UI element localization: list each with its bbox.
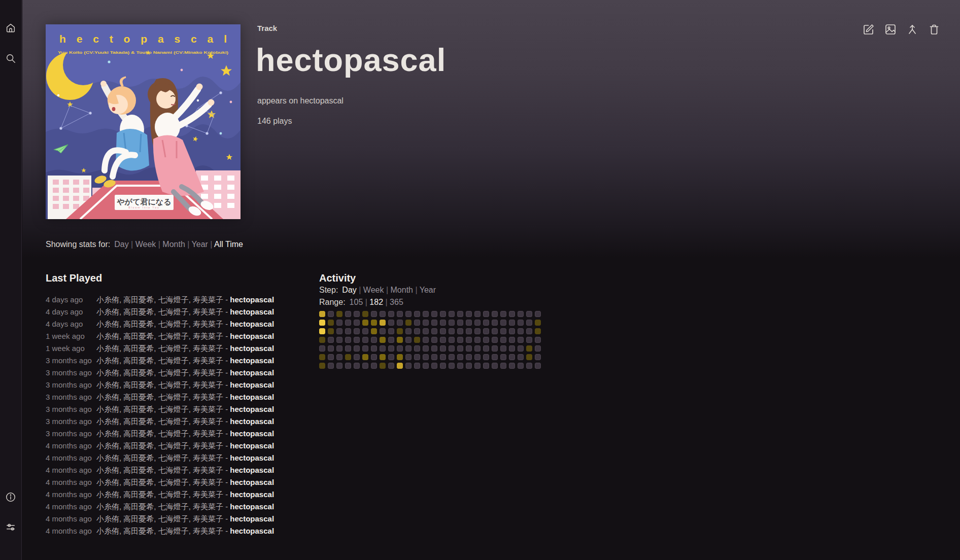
heatmap-cell[interactable] bbox=[354, 363, 360, 369]
row-track[interactable]: hectopascal bbox=[230, 368, 274, 377]
filter-option-182[interactable]: 182 bbox=[369, 298, 383, 306]
heatmap-cell[interactable] bbox=[423, 345, 429, 352]
heatmap-cell[interactable] bbox=[405, 345, 412, 352]
heatmap-cell[interactable] bbox=[474, 328, 481, 334]
heatmap-cell[interactable] bbox=[431, 337, 437, 343]
filter-option-month[interactable]: Month bbox=[391, 286, 413, 294]
heatmap-cell[interactable] bbox=[328, 345, 334, 352]
heatmap-cell[interactable] bbox=[414, 354, 420, 360]
filter-option-all-time[interactable]: All Time bbox=[214, 240, 243, 249]
heatmap-cell[interactable] bbox=[388, 328, 394, 334]
heatmap-cell[interactable] bbox=[336, 345, 342, 352]
heatmap-cell[interactable] bbox=[483, 328, 489, 334]
heatmap-cell[interactable] bbox=[449, 363, 455, 369]
heatmap-cell[interactable] bbox=[509, 345, 515, 352]
heatmap-cell[interactable] bbox=[526, 320, 532, 326]
heatmap-cell[interactable] bbox=[535, 311, 541, 317]
row-track[interactable]: hectopascal bbox=[230, 514, 274, 523]
row-artists[interactable]: 小糸侑, 高田憂希, 七海燈子, 寿美菜子 bbox=[96, 429, 223, 438]
row-artists[interactable]: 小糸侑, 高田憂希, 七海燈子, 寿美菜子 bbox=[96, 453, 223, 462]
heatmap-cell[interactable] bbox=[500, 320, 506, 326]
heatmap-cell[interactable] bbox=[345, 354, 351, 360]
filter-option-365[interactable]: 365 bbox=[390, 298, 403, 306]
info-icon[interactable] bbox=[5, 492, 16, 503]
row-artists[interactable]: 小糸侑, 高田憂希, 七海燈子, 寿美菜子 bbox=[96, 356, 223, 365]
heatmap-cell[interactable] bbox=[518, 311, 524, 317]
heatmap-cell[interactable] bbox=[492, 363, 498, 369]
heatmap-cell[interactable] bbox=[371, 354, 377, 360]
heatmap-cell[interactable] bbox=[431, 363, 437, 369]
heatmap-cell[interactable] bbox=[509, 337, 515, 343]
merge-button[interactable] bbox=[906, 23, 918, 36]
heatmap-cell[interactable] bbox=[500, 345, 506, 352]
heatmap-cell[interactable] bbox=[440, 337, 446, 343]
heatmap-cell[interactable] bbox=[483, 311, 489, 317]
heatmap-cell[interactable] bbox=[449, 337, 455, 343]
filter-option-105[interactable]: 105 bbox=[350, 298, 363, 306]
row-track[interactable]: hectopascal bbox=[230, 527, 274, 535]
heatmap-cell[interactable] bbox=[526, 345, 532, 352]
row-track[interactable]: hectopascal bbox=[230, 320, 274, 328]
heatmap-cell[interactable] bbox=[336, 354, 342, 360]
heatmap-cell[interactable] bbox=[474, 311, 481, 317]
heatmap-cell[interactable] bbox=[336, 311, 342, 317]
heatmap-cell[interactable] bbox=[500, 363, 506, 369]
row-track[interactable]: hectopascal bbox=[230, 441, 274, 450]
row-track[interactable]: hectopascal bbox=[230, 453, 274, 462]
heatmap-cell[interactable] bbox=[354, 320, 360, 326]
heatmap-cell[interactable] bbox=[535, 354, 541, 360]
heatmap-cell[interactable] bbox=[345, 328, 351, 334]
heatmap-cell[interactable] bbox=[457, 328, 463, 334]
heatmap-cell[interactable] bbox=[535, 345, 541, 352]
heatmap-cell[interactable] bbox=[483, 363, 489, 369]
heatmap-cell[interactable] bbox=[535, 320, 541, 326]
heatmap-cell[interactable] bbox=[509, 311, 515, 317]
heatmap-cell[interactable] bbox=[319, 320, 325, 326]
heatmap-cell[interactable] bbox=[431, 328, 437, 334]
heatmap-cell[interactable] bbox=[526, 337, 532, 343]
filter-option-year[interactable]: Year bbox=[420, 286, 436, 294]
heatmap-cell[interactable] bbox=[483, 337, 489, 343]
heatmap-cell[interactable] bbox=[371, 328, 377, 334]
heatmap-cell[interactable] bbox=[319, 328, 325, 334]
heatmap-cell[interactable] bbox=[362, 328, 368, 334]
heatmap-cell[interactable] bbox=[319, 363, 325, 369]
heatmap-cell[interactable] bbox=[397, 363, 403, 369]
heatmap-cell[interactable] bbox=[466, 320, 472, 326]
heatmap-cell[interactable] bbox=[405, 328, 412, 334]
artwork-button[interactable] bbox=[884, 23, 897, 36]
heatmap-cell[interactable] bbox=[336, 337, 342, 343]
heatmap-cell[interactable] bbox=[449, 328, 455, 334]
heatmap-cell[interactable] bbox=[371, 363, 377, 369]
heatmap-cell[interactable] bbox=[509, 354, 515, 360]
heatmap-cell[interactable] bbox=[466, 363, 472, 369]
heatmap-cell[interactable] bbox=[380, 363, 386, 369]
heatmap-cell[interactable] bbox=[500, 337, 506, 343]
heatmap-cell[interactable] bbox=[354, 354, 360, 360]
heatmap-cell[interactable] bbox=[457, 337, 463, 343]
heatmap-cell[interactable] bbox=[388, 354, 394, 360]
heatmap-cell[interactable] bbox=[535, 328, 541, 334]
heatmap-cell[interactable] bbox=[336, 363, 342, 369]
heatmap-cell[interactable] bbox=[431, 354, 437, 360]
heatmap-cell[interactable] bbox=[319, 354, 325, 360]
heatmap-cell[interactable] bbox=[388, 363, 394, 369]
heatmap-cell[interactable] bbox=[440, 363, 446, 369]
heatmap-cell[interactable] bbox=[354, 311, 360, 317]
heatmap-cell[interactable] bbox=[354, 345, 360, 352]
heatmap-cell[interactable] bbox=[380, 337, 386, 343]
heatmap-cell[interactable] bbox=[440, 328, 446, 334]
edit-button[interactable] bbox=[863, 23, 875, 36]
row-track[interactable]: hectopascal bbox=[230, 332, 274, 340]
heatmap-cell[interactable] bbox=[362, 363, 368, 369]
heatmap-cell[interactable] bbox=[518, 363, 524, 369]
row-track[interactable]: hectopascal bbox=[230, 344, 274, 353]
heatmap-cell[interactable] bbox=[474, 363, 481, 369]
heatmap-cell[interactable] bbox=[423, 354, 429, 360]
heatmap-cell[interactable] bbox=[449, 345, 455, 352]
heatmap-cell[interactable] bbox=[388, 320, 394, 326]
row-track[interactable]: hectopascal bbox=[230, 307, 274, 316]
heatmap-cell[interactable] bbox=[397, 337, 403, 343]
heatmap-cell[interactable] bbox=[405, 320, 412, 326]
heatmap-cell[interactable] bbox=[449, 354, 455, 360]
